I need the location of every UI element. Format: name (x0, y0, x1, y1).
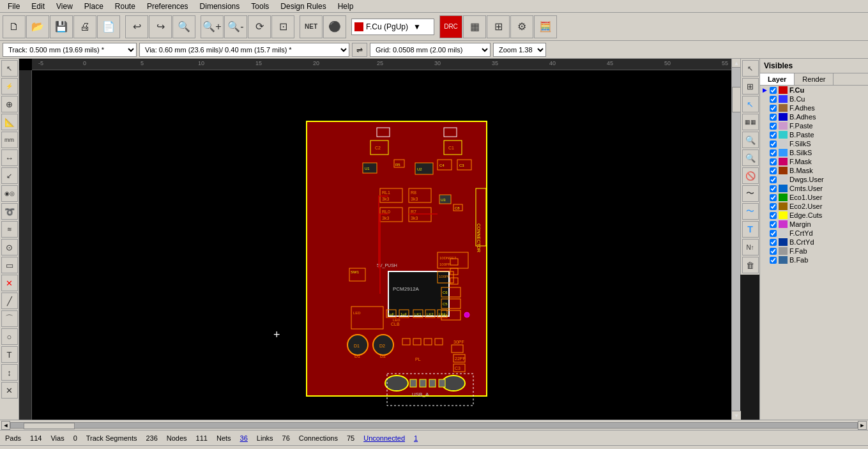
redo-button[interactable]: ↪ (149, 15, 172, 38)
grid-button[interactable]: ⊞ (487, 15, 510, 38)
layer-item-b-adhes[interactable]: B.Adhes (760, 112, 868, 121)
reference-tool[interactable]: mm (1, 132, 18, 148)
layer-item-b-crtyd[interactable]: B.CrtYd (760, 238, 868, 247)
print-button[interactable]: 🖨 (73, 15, 96, 38)
scroll-up-button[interactable]: ▲ (732, 59, 741, 68)
line-tool[interactable]: ╱ (1, 293, 18, 309)
dimension-tool[interactable]: ↕ (1, 364, 18, 381)
layer-checkbox-b-cu[interactable] (770, 96, 777, 103)
vertical-scrollbar[interactable]: ▲ ▼ (731, 59, 740, 420)
save-button[interactable]: 💾 (50, 15, 73, 38)
layer-checkbox-f-fab[interactable] (770, 248, 777, 255)
layer-checkbox-b-adhes[interactable] (770, 114, 777, 121)
select-tool[interactable]: ↖ (1, 60, 18, 77)
layer-checkbox-dwgs-user[interactable] (770, 176, 777, 183)
horizontal-scrollbar[interactable]: ◄ ► (0, 420, 868, 430)
interactive-router-button[interactable]: ⇌ (352, 43, 367, 57)
zoom-out-button[interactable]: 🔍- (224, 15, 247, 38)
zoom-select[interactable]: Zoom 1.38 (493, 43, 546, 57)
menu-view[interactable]: View (51, 1, 78, 11)
rt-north-tool[interactable]: N↑ (742, 239, 759, 255)
track-width-select[interactable]: Track: 0.500 mm (19.69 mils) * (3, 43, 137, 57)
layer-checkbox-f-silks[interactable] (770, 141, 777, 148)
layer-item-f-mask[interactable]: F.Mask (760, 157, 868, 166)
open-button[interactable]: 📂 (26, 15, 49, 38)
menu-edit[interactable]: Edit (26, 1, 50, 11)
menu-dimensions[interactable]: Dimensions (195, 1, 245, 11)
menu-tools[interactable]: Tools (246, 1, 274, 11)
layer-checkbox-eco2-user[interactable] (770, 203, 777, 210)
layer-item-eco1-user[interactable]: Eco1.User (760, 193, 868, 202)
layer-item-f-fab[interactable]: F.Fab (760, 247, 868, 255)
layer-item-eco2-user[interactable]: Eco2.User (760, 202, 868, 211)
calculator-button[interactable]: 🧮 (534, 15, 557, 38)
measure-tool[interactable]: 📐 (1, 114, 18, 130)
grid-origin-tool[interactable]: ⊕ (1, 96, 18, 112)
scroll-left-button[interactable]: ◄ (1, 421, 10, 430)
plot-button[interactable]: 📄 (97, 15, 120, 38)
layer-item-b-cu[interactable]: B.Cu (760, 95, 868, 103)
layer-checkbox-f-mask[interactable] (770, 158, 777, 165)
layer-selector[interactable]: F.Cu (PgUp) ▼ (351, 19, 434, 35)
undo-button[interactable]: ↩ (125, 15, 148, 38)
layer-item-f-silks[interactable]: F.SilkS (760, 139, 868, 148)
rt-chip-tool[interactable]: ▦▦ (742, 114, 759, 130)
layer-checkbox-eco1-user[interactable] (770, 194, 777, 201)
layer-item-f-crtyd[interactable]: F.CrtYd (760, 229, 868, 238)
hscroll-track[interactable] (10, 422, 858, 429)
scroll-thumb[interactable] (732, 87, 741, 112)
rt-curve-tool[interactable]: 〜 (742, 185, 759, 202)
netlist-button[interactable]: NET (300, 15, 323, 38)
zoom-fit-button[interactable]: ⊡ (271, 15, 294, 38)
scroll-down-button[interactable]: ▼ (732, 411, 741, 420)
find-button[interactable]: 🔍 (172, 15, 195, 38)
layer-checkbox-b-silks[interactable] (770, 149, 777, 156)
menu-route[interactable]: Route (110, 1, 141, 11)
layer-item-f-cu[interactable]: ▶F.Cu (760, 86, 868, 95)
circle-tool[interactable]: ○ (1, 328, 18, 345)
add-via-tool[interactable]: ⊙ (1, 239, 18, 255)
layer-item-b-paste[interactable]: B.Paste (760, 130, 868, 139)
new-button[interactable]: 🗋 (3, 15, 26, 38)
layer-checkbox-edge-cuts[interactable] (770, 212, 777, 219)
layer-checkbox-b-paste[interactable] (770, 132, 777, 139)
copper-button[interactable]: ⚫ (323, 15, 346, 38)
board-setup-button[interactable]: ⚙ (510, 15, 533, 38)
rt-line-curve-tool[interactable]: 〜 (742, 203, 759, 220)
layer-checkbox-f-paste[interactable] (770, 123, 777, 130)
layer-checkbox-f-cu[interactable] (770, 87, 777, 94)
keepout-tool[interactable]: ✕ (1, 275, 18, 291)
rt-cancel-tool[interactable]: 🚫 (742, 167, 759, 184)
layer-item-dwgs-user[interactable]: Dwgs.User (760, 175, 868, 184)
pcb-canvas-area[interactable]: -5 0 5 10 15 20 25 30 35 40 45 50 55 (19, 59, 731, 420)
rt-zoom-tool[interactable]: 🔍 (742, 132, 759, 148)
copper-zone-tool[interactable]: ▭ (1, 257, 18, 273)
tab-layer[interactable]: Layer (760, 73, 795, 85)
menu-file[interactable]: File (3, 1, 25, 11)
layer-checkbox-b-mask[interactable] (770, 167, 777, 174)
route-track-tool[interactable]: ➰ (1, 203, 18, 220)
text-tool[interactable]: T (1, 346, 18, 363)
rt-text-tool[interactable]: T (742, 221, 759, 238)
drc-button[interactable]: DRC (439, 15, 462, 38)
zoom-refresh-button[interactable]: ⟳ (248, 15, 271, 38)
layer-checkbox-b-crtyd[interactable] (770, 239, 777, 246)
pcb-view[interactable]: C2 C1 U1 R5 U2 C4 C3 CONNECTOR (32, 70, 731, 420)
layer-item-margin[interactable]: Margin (760, 220, 868, 229)
menu-design-rules[interactable]: Design Rules (275, 1, 331, 11)
grid-select[interactable]: Grid: 0.0508 mm (2.00 mils) (370, 43, 491, 57)
menu-preferences[interactable]: Preferences (142, 1, 194, 11)
via-size-select[interactable]: Via: 0.60 mm (23.6 mils)/ 0.40 mm (15.7 … (139, 43, 349, 57)
scroll-track[interactable] (732, 68, 740, 411)
cursor-tool[interactable]: ↙ (1, 167, 18, 184)
menu-place[interactable]: Place (79, 1, 109, 11)
hscroll-thumb[interactable] (24, 423, 75, 429)
layer-item-b-fab[interactable]: B.Fab (760, 255, 868, 264)
layer-item-f-paste[interactable]: F.Paste (760, 121, 868, 130)
route-diff-pair-tool[interactable]: ≋ (1, 221, 18, 238)
layer-item-b-mask[interactable]: B.Mask (760, 166, 868, 175)
layer-checkbox-f-adhes[interactable] (770, 105, 777, 112)
tab-render[interactable]: Render (795, 73, 834, 85)
layer-item-cmts-user[interactable]: Cmts.User (760, 184, 868, 193)
delete-tool[interactable]: ✕ (1, 382, 18, 399)
